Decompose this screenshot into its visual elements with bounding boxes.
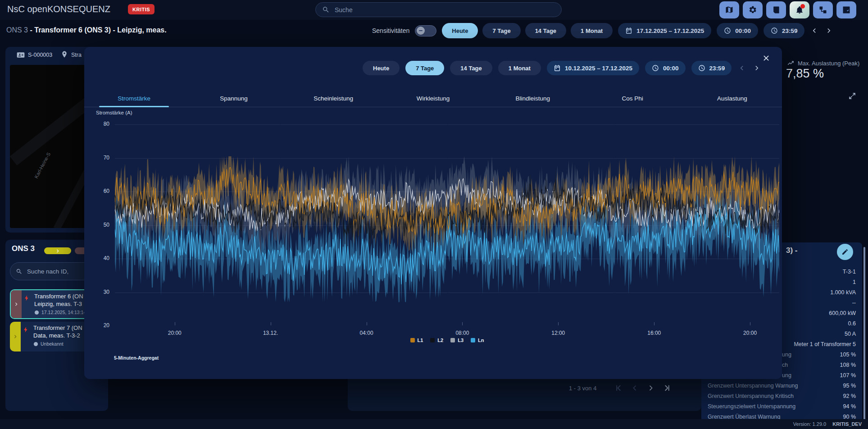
toolbar-controls: Sensitivitäten Heute7 Tage14 Tage1 Monat…: [372, 23, 833, 38]
y-tick-label: 50: [88, 222, 109, 228]
toolbar-range-heute[interactable]: Heute: [442, 23, 478, 38]
detail-row-value: T-3-1: [843, 267, 856, 277]
detail-row-value: 108 %: [840, 360, 856, 370]
asset-timestamp: 17.12.2025, 14:13:14: [34, 310, 86, 315]
legend-label: L1: [418, 338, 423, 343]
toolbar-time-to[interactable]: 23:59: [763, 23, 805, 38]
dialog-range-heute[interactable]: Heute: [363, 61, 400, 75]
tab-wirkleistung[interactable]: Wirkleistung: [383, 90, 483, 107]
prev-page-button[interactable]: [630, 383, 640, 393]
limit-row: Grenzwert Unterspannung Kritisch92 %: [708, 391, 856, 402]
topology-button[interactable]: [813, 1, 833, 18]
toolbar-range-1-monat[interactable]: 1 Monat: [571, 23, 613, 38]
toolbar-range-7-tage[interactable]: 7 Tage: [482, 23, 520, 38]
tab-label: Wirkleistung: [417, 95, 450, 102]
scrollbar[interactable]: [863, 247, 865, 422]
notes-button[interactable]: [766, 1, 786, 18]
first-page-button[interactable]: [614, 383, 623, 393]
detail-row-value: --: [852, 298, 856, 308]
legend-item-l2[interactable]: L2: [430, 338, 443, 343]
dialog-range-14-tage[interactable]: 14 Tage: [450, 61, 492, 75]
search-icon: [16, 268, 23, 275]
legend-item-ln[interactable]: Ln: [471, 338, 484, 343]
x-tick-label: 20:00: [159, 330, 191, 336]
notifications-button[interactable]: [790, 1, 809, 18]
next-page-button[interactable]: [646, 383, 656, 393]
tab-spannung[interactable]: Spannung: [184, 90, 283, 107]
pin-icon: [60, 50, 68, 59]
chart-y-axis-title: Stromstärke (A): [96, 110, 132, 115]
map-button[interactable]: [719, 1, 739, 18]
toolbar-time-to-value: 23:59: [782, 27, 798, 34]
toolbar-range-14-tage[interactable]: 14 Tage: [525, 23, 566, 38]
global-search-input[interactable]: [334, 6, 555, 14]
page-toolbar: ONS 3 - Transformer 6 (ONS 3) - Leipzig,…: [0, 20, 868, 41]
y-tick-label: 60: [88, 188, 109, 194]
toolbar-date-picker[interactable]: 17.12.2025 – 17.12.2025: [618, 23, 711, 38]
tab-label: Spannung: [220, 95, 248, 102]
clock-icon: [34, 310, 39, 315]
limit-row: Grenzwert Unterspannung Warnung95 %: [708, 381, 856, 391]
dialog-time-to[interactable]: 23:59: [691, 61, 732, 75]
asset-expand-chevron[interactable]: [10, 322, 21, 351]
sitemap-icon: [818, 5, 827, 14]
global-search[interactable]: [315, 2, 562, 17]
expand-icon[interactable]: [848, 92, 856, 100]
tab-scheinleistung[interactable]: Scheinleistung: [284, 90, 383, 107]
search-icon: [322, 6, 330, 14]
map-street-label: Karl-Heine-S: [33, 151, 51, 179]
tab-label: Blindleistung: [515, 95, 550, 102]
close-icon[interactable]: [761, 53, 772, 64]
breadcrumb: ONS 3: [6, 26, 30, 34]
detail-row-label: Grenzwert Unterspannung Kritisch: [708, 391, 794, 402]
tab-blindleistung[interactable]: Blindleistung: [483, 90, 582, 107]
last-page-button[interactable]: [662, 383, 672, 393]
clock-icon: [724, 27, 731, 34]
next-period-button[interactable]: [824, 25, 833, 36]
tab-cos-phi[interactable]: Cos Phi: [582, 90, 682, 107]
asset-timestamp: Unbekannt: [33, 341, 64, 347]
dialog-time-from-value: 00:00: [663, 65, 679, 72]
tasks-button[interactable]: [836, 1, 856, 18]
measurement-dialog: Heute7 Tage14 Tage1 Monat 10.12.2025 – 1…: [84, 47, 782, 379]
dialog-time-from[interactable]: 00:00: [645, 61, 686, 75]
tab-stromstärke[interactable]: Stromstärke: [84, 90, 184, 107]
calendar-icon: [554, 64, 561, 72]
id-card-icon: [16, 50, 25, 59]
y-tick-label: 20: [88, 322, 109, 329]
prev-period-button[interactable]: [810, 25, 819, 36]
environment-label: KRITIS_DEV: [832, 421, 862, 427]
legend-item-l3[interactable]: L3: [450, 338, 464, 343]
dialog-next-period-button[interactable]: [752, 63, 761, 73]
edit-button[interactable]: [837, 244, 853, 260]
asset-subtitle: Leipzig, meas. T-3: [34, 301, 82, 307]
limit-row: Steuerungszielwert Unterspannung94 %: [708, 402, 856, 412]
peak-load-label: Max. Auslastung (Peak): [798, 60, 859, 67]
tab-label: Cos Phi: [622, 95, 643, 102]
legend-item-l1[interactable]: L1: [410, 338, 423, 343]
version-label: Version: 1.29.0: [793, 421, 826, 427]
dialog-date-range: 10.12.2025 – 17.12.2025: [565, 65, 632, 72]
tab-auslastung[interactable]: Auslastung: [682, 90, 782, 107]
detail-row-value: 94 %: [843, 402, 856, 412]
dialog-range-7-tage[interactable]: 7 Tage: [405, 61, 444, 75]
y-tick-label: 40: [88, 255, 109, 261]
asset-name: Transformer 6 (ON: [34, 293, 83, 300]
settings-button[interactable]: [743, 1, 763, 18]
sensitivity-label: Sensitivitäten: [372, 27, 409, 34]
x-tick-label: 20:00: [734, 330, 766, 336]
dialog-range-1-monat[interactable]: 1 Monat: [498, 61, 541, 75]
detail-row-value: 107 %: [840, 370, 856, 381]
legend-swatch: [471, 338, 475, 342]
dialog-prev-period-button[interactable]: [737, 63, 746, 73]
bell-icon: [795, 5, 804, 14]
pagination: 1 - 3 von 4: [569, 383, 672, 393]
group-badge-yellow[interactable]: [44, 247, 71, 254]
status-footer: Version: 1.29.0 KRITIS_DEV: [0, 419, 868, 429]
toolbar-time-from[interactable]: 00:00: [717, 23, 758, 38]
detail-row-label: Steuerungszielwert Unterspannung: [708, 402, 795, 412]
sensitivity-toggle[interactable]: [415, 25, 436, 37]
dialog-range-group: Heute7 Tage14 Tage1 Monat: [363, 61, 541, 75]
dialog-date-picker[interactable]: 10.12.2025 – 17.12.2025: [547, 61, 639, 75]
asset-expand-chevron[interactable]: [11, 290, 22, 318]
